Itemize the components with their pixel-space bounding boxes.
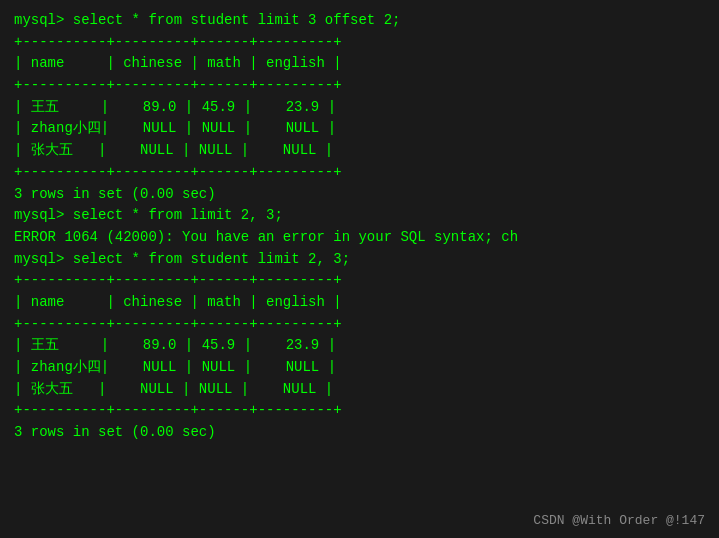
table-separator-6: +----------+---------+------+---------+ (14, 400, 705, 422)
table-separator-1: +----------+---------+------+---------+ (14, 32, 705, 54)
table-row-3: | 张大五 | NULL | NULL | NULL | (14, 140, 705, 162)
table-row-2: | zhang小四| NULL | NULL | NULL | (14, 118, 705, 140)
command-line-2: mysql> select * from limit 2, 3; (14, 205, 705, 227)
command-line-3: mysql> select * from student limit 2, 3; (14, 249, 705, 271)
table-separator-4: +----------+---------+------+---------+ (14, 270, 705, 292)
table-header-2: | name | chinese | math | english | (14, 292, 705, 314)
error-line-1: ERROR 1064 (42000): You have an error in… (14, 227, 705, 249)
table-separator-5: +----------+---------+------+---------+ (14, 314, 705, 336)
command-line-1: mysql> select * from student limit 3 off… (14, 10, 705, 32)
table-row-1: | 王五 | 89.0 | 45.9 | 23.9 | (14, 97, 705, 119)
table-row-4: | 王五 | 89.0 | 45.9 | 23.9 | (14, 335, 705, 357)
result-line-2: 3 rows in set (0.00 sec) (14, 422, 705, 444)
terminal: mysql> select * from student limit 3 off… (14, 10, 705, 528)
result-line-1: 3 rows in set (0.00 sec) (14, 184, 705, 206)
table-header-1: | name | chinese | math | english | (14, 53, 705, 75)
table-row-6: | 张大五 | NULL | NULL | NULL | (14, 379, 705, 401)
table-row-5: | zhang小四| NULL | NULL | NULL | (14, 357, 705, 379)
table-separator-3: +----------+---------+------+---------+ (14, 162, 705, 184)
table-separator-2: +----------+---------+------+---------+ (14, 75, 705, 97)
watermark: CSDN @With Order @!147 (533, 513, 705, 528)
